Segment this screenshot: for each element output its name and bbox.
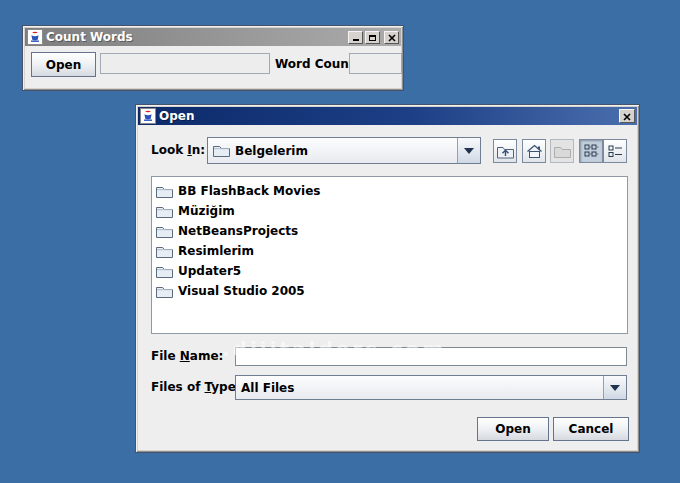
files-of-type-dropdown-button[interactable]: [603, 376, 626, 399]
file-name-input[interactable]: [235, 347, 627, 366]
folder-icon: [156, 185, 173, 198]
home-icon: [526, 144, 543, 159]
list-item[interactable]: Visual Studio 2005: [152, 281, 627, 301]
up-folder-icon: [497, 144, 514, 159]
file-name: Müziğim: [178, 204, 235, 218]
files-of-type-combobox[interactable]: All Files: [235, 375, 627, 400]
count-words-titlebar[interactable]: Count Words: [25, 28, 401, 46]
details-view-icon: [608, 144, 623, 158]
file-name-label-mnemonic: N: [180, 349, 190, 363]
look-in-label-post: n:: [192, 143, 205, 157]
file-name: NetBeansProjects: [178, 224, 298, 238]
chevron-down-icon: [464, 148, 474, 154]
files-of-type-label: Files of Type:: [151, 375, 241, 400]
minimize-button[interactable]: [348, 31, 363, 44]
file-name: Resimlerim: [178, 244, 254, 258]
open-dialog-body: Look In: Belgelerim: [138, 125, 637, 450]
folder-icon: [156, 285, 173, 298]
list-item[interactable]: NetBeansProjects: [152, 221, 627, 241]
new-folder-icon: [554, 145, 571, 158]
list-item[interactable]: Resimlerim: [152, 241, 627, 261]
file-list[interactable]: BB FlashBack Movies Müziğim NetBeansProj…: [151, 176, 628, 334]
count-words-body: Open Word Count: [25, 46, 401, 88]
close-icon: [623, 113, 631, 121]
java-cup-icon: [27, 29, 43, 45]
dialog-open-button[interactable]: Open: [477, 417, 549, 441]
file-path-field[interactable]: [100, 53, 270, 74]
list-view-button[interactable]: [579, 139, 603, 163]
open-file-button[interactable]: Open: [31, 52, 96, 77]
list-item[interactable]: Updater5: [152, 261, 627, 281]
files-of-type-label-pre: Files of: [151, 380, 205, 394]
file-name: Visual Studio 2005: [178, 284, 305, 298]
open-dialog-titlebar[interactable]: Open: [138, 107, 637, 125]
word-count-field[interactable]: [349, 53, 402, 74]
file-name-label: File Name:: [151, 347, 223, 366]
look-in-combobox[interactable]: Belgelerim: [207, 137, 481, 164]
new-folder-button: [550, 139, 574, 163]
file-name: Updater5: [178, 264, 241, 278]
look-in-label-pre: Look: [151, 143, 187, 157]
list-view-icon: [584, 144, 599, 158]
count-words-title: Count Words: [46, 30, 133, 44]
maximize-icon: [369, 35, 376, 41]
minimize-icon: [353, 39, 359, 41]
file-name-label-pre: File: [151, 349, 180, 363]
java-cup-icon: [140, 108, 156, 124]
list-item[interactable]: BB FlashBack Movies: [152, 181, 627, 201]
list-item[interactable]: Müziğim: [152, 201, 627, 221]
count-words-window: Count Words Open Word Count: [22, 25, 404, 91]
open-dialog-title: Open: [159, 109, 194, 123]
folder-icon: [213, 144, 230, 157]
maximize-button[interactable]: [365, 31, 380, 44]
folder-icon: [156, 265, 173, 278]
file-name: BB FlashBack Movies: [178, 184, 320, 198]
word-count-label: Word Count: [275, 54, 355, 75]
chevron-down-icon: [610, 385, 620, 391]
files-of-type-value: All Files: [241, 381, 294, 395]
close-button[interactable]: [384, 31, 399, 44]
file-name-label-post: ame:: [190, 349, 224, 363]
folder-icon: [156, 245, 173, 258]
folder-icon: [156, 225, 173, 238]
dialog-cancel-button[interactable]: Cancel: [553, 417, 629, 441]
open-dialog: Open Look In:: [135, 104, 640, 453]
desktop: Count Words Open Word Count: [0, 0, 680, 483]
close-button[interactable]: [619, 109, 635, 123]
details-view-button[interactable]: [603, 139, 627, 163]
look-in-label: Look In:: [151, 137, 205, 164]
up-folder-button[interactable]: [493, 139, 517, 163]
home-button[interactable]: [522, 139, 546, 163]
folder-icon: [156, 205, 173, 218]
close-icon: [388, 34, 396, 42]
look-in-dropdown-button[interactable]: [457, 138, 480, 163]
look-in-value: Belgelerim: [235, 144, 308, 158]
